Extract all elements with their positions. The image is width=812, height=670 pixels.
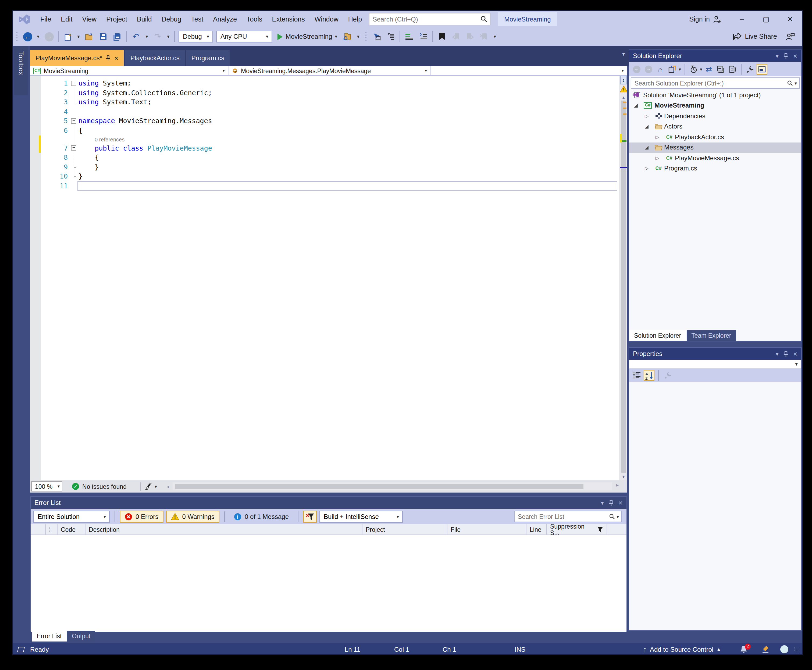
se-collapse-all-button[interactable] <box>715 64 726 74</box>
codelens-references[interactable]: 0 references <box>95 136 125 142</box>
increase-indent-button[interactable] <box>417 30 430 43</box>
navigate-backward-button[interactable]: ← <box>21 30 34 43</box>
status-insert-mode[interactable]: INS <box>514 643 525 655</box>
suppression-filter-icon[interactable] <box>589 526 603 532</box>
code-line[interactable]: using System.Text; <box>78 97 151 107</box>
find-in-files-button[interactable] <box>341 30 354 43</box>
se-search-box[interactable]: ▾ <box>631 78 800 89</box>
properties-pin-icon[interactable] <box>783 351 788 357</box>
clear-filters-button[interactable] <box>303 511 317 523</box>
menu-view[interactable]: View <box>77 11 102 27</box>
navbar-type-dropdown[interactable]: MovieStreaming.Messages.PlayMovieMessage… <box>228 66 431 75</box>
expander-collapsed-icon[interactable]: ▷ <box>645 113 648 119</box>
error-list-body[interactable] <box>30 535 626 632</box>
toolbar-grip[interactable] <box>16 32 18 41</box>
bottom-tab-error-list[interactable]: Error List <box>32 631 66 641</box>
horizontal-scrollbar[interactable] <box>173 482 612 491</box>
save-button[interactable] <box>97 30 110 43</box>
tab-playbackactor-cs[interactable]: PlaybackActor.cs <box>125 50 185 66</box>
col-project[interactable]: Project <box>362 524 447 535</box>
code-line[interactable]: { <box>78 126 83 135</box>
next-bookmark-button[interactable] <box>464 30 477 43</box>
fold-collapse-glyph[interactable]: − <box>71 80 76 86</box>
document-list-dropdown[interactable]: ▾ <box>622 51 625 57</box>
feedback-icon[interactable] <box>786 33 795 40</box>
tree-item-moviestreaming[interactable]: ◢C#MovieStreaming <box>629 100 801 111</box>
hscroll-left-arrow[interactable]: ◂ <box>164 484 171 489</box>
user-presence-indicator[interactable] <box>780 643 788 655</box>
code-editor[interactable]: 1using System;−2using System.Collections… <box>30 76 627 480</box>
messages-filter-button[interactable]: 0 of 1 Message <box>230 511 293 523</box>
se-show-all-files-button[interactable] <box>727 64 738 74</box>
background-tasks-icon[interactable] <box>17 646 25 652</box>
minimize-button[interactable]: – <box>730 11 754 27</box>
toolbox-tab-label[interactable]: Toolbox <box>17 51 25 75</box>
editor-split-handle[interactable]: ⇕ <box>620 76 627 85</box>
code-line[interactable]: using System; <box>78 78 131 88</box>
code-cleanup-broom-icon[interactable] <box>145 483 152 490</box>
menu-debug[interactable]: Debug <box>157 11 186 27</box>
se-forward-button[interactable]: → <box>643 64 654 74</box>
feedback-smiley-button[interactable] <box>762 643 769 655</box>
sign-in[interactable]: Sign in <box>689 11 722 27</box>
tree-item-messages[interactable]: ◢Messages <box>629 142 801 153</box>
properties-property-pages-button[interactable] <box>663 370 673 381</box>
clear-bookmarks-button[interactable] <box>477 30 491 43</box>
undo-dropdown[interactable]: ▾ <box>144 30 150 43</box>
navbar-member-dropdown[interactable]: ▾ <box>431 66 627 75</box>
se-preview-selected-items-button[interactable] <box>756 64 767 74</box>
tree-item-solution-moviestreaming-1-of-1-project-[interactable]: Solution 'MovieStreaming' (1 of 1 projec… <box>629 90 801 100</box>
tree-item-program-cs[interactable]: ▷C#Program.cs <box>629 163 801 174</box>
code-cleanup-dropdown[interactable]: ▾ <box>155 484 157 489</box>
menu-file[interactable]: File <box>36 11 56 27</box>
status-character[interactable]: Ch 1 <box>443 643 456 655</box>
document-health-indicator[interactable]: ✓ No issues found <box>72 483 127 490</box>
warnings-filter-button[interactable]: 0 Warnings <box>166 511 219 523</box>
se-search-input[interactable] <box>631 80 786 86</box>
se-properties-button[interactable] <box>745 64 756 74</box>
tree-item-dependencies[interactable]: ▷Dependencies <box>629 111 801 121</box>
live-share-button[interactable]: Live Share <box>745 33 777 40</box>
scroll-up-arrow[interactable]: ▲ <box>620 95 627 100</box>
toolbar-overflow-dropdown[interactable]: ▾ <box>492 30 498 43</box>
pin-icon[interactable] <box>783 53 788 59</box>
tab-pin-icon[interactable] <box>106 56 110 61</box>
editor-zoom-dropdown[interactable]: 100 %▾ <box>31 481 63 491</box>
solution-configuration-dropdown[interactable]: Debug▾ <box>179 30 213 42</box>
properties-object-dropdown[interactable]: ▼ <box>629 360 801 369</box>
vertical-scrollbar[interactable]: ⇕▲▼ <box>619 76 627 480</box>
solution-platform-dropdown[interactable]: Any CPU▾ <box>216 30 272 42</box>
properties-categorized-button[interactable] <box>631 370 642 381</box>
scroll-down-arrow[interactable]: ▼ <box>620 474 627 479</box>
panel-tab-team-explorer[interactable]: Team Explorer <box>687 330 736 341</box>
decrease-indent-button[interactable] <box>403 30 416 43</box>
redo-dropdown[interactable]: ▾ <box>165 30 171 43</box>
fold-collapse-glyph[interactable]: − <box>71 118 76 124</box>
maximize-button[interactable]: ▢ <box>754 11 778 27</box>
error-list-pin-icon[interactable] <box>609 500 613 506</box>
navigate-forward-button[interactable]: → <box>42 30 56 43</box>
expander-collapsed-icon[interactable]: ▷ <box>656 156 659 161</box>
se-switch-views-button[interactable] <box>667 64 678 74</box>
se-switch-views-dropdown[interactable]: ▾ <box>678 66 681 72</box>
find-dropdown[interactable]: ▾ <box>355 30 361 43</box>
panel-options-dropdown[interactable]: ▾ <box>776 53 778 59</box>
expander-collapsed-icon[interactable]: ▷ <box>656 134 659 140</box>
bottom-tab-output[interactable]: Output <box>67 631 95 641</box>
navigate-structure-button[interactable] <box>384 30 397 43</box>
menu-test[interactable]: Test <box>186 11 208 27</box>
se-search-dropdown[interactable]: ▾ <box>795 80 799 86</box>
tree-item-actors[interactable]: ◢Actors <box>629 121 801 132</box>
previous-bookmark-button[interactable] <box>450 30 462 43</box>
tree-item-playmoviemessage-cs[interactable]: ▷C#PlayMovieMessage.cs <box>629 153 801 163</box>
menu-extensions[interactable]: Extensions <box>267 11 310 27</box>
code-line[interactable]: public class PlayMovieMessage <box>78 143 212 153</box>
close-button[interactable]: ✕ <box>778 11 802 27</box>
error-source-dropdown[interactable]: Build + IntelliSense▾ <box>320 511 403 523</box>
new-project-dropdown[interactable]: ▾ <box>75 30 82 43</box>
undo-button[interactable]: ↶ <box>130 30 142 43</box>
code-line[interactable]: namespace MovieStreaming.Messages <box>78 117 212 126</box>
menu-edit[interactable]: Edit <box>56 11 77 27</box>
expander-expanded-icon[interactable]: ◢ <box>645 145 648 150</box>
code-line[interactable]: using System.Collections.Generic; <box>78 88 212 97</box>
